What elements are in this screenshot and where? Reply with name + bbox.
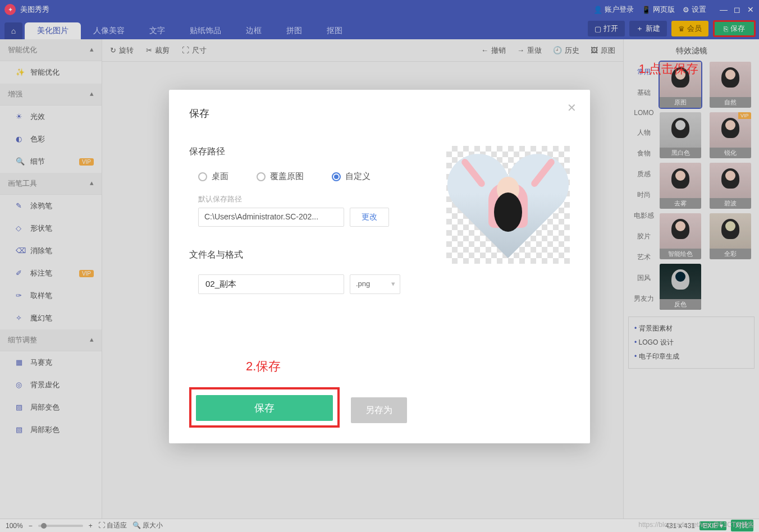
save-preview <box>446 146 570 264</box>
change-path-button[interactable]: 更改 <box>350 208 389 227</box>
radio-custom[interactable]: 自定义 <box>332 171 371 182</box>
path-input[interactable]: C:\Users\Administrator.SC-202... <box>198 208 344 227</box>
filename-label: 文件名与格式 <box>189 249 414 261</box>
save-as-button[interactable]: 另存为 <box>351 397 407 423</box>
watermark: https://blog.csdn.net/wei @51CTO博客 <box>638 520 755 530</box>
modal-overlay: 保存 ✕ 保存路径 桌面 覆盖原图 自定义 默认保存路径 C:\Users\Ad… <box>0 0 759 532</box>
filename-input[interactable] <box>198 274 344 294</box>
save-path-label: 保存路径 <box>189 146 414 158</box>
dialog-title: 保存 <box>189 107 570 120</box>
radio-desktop[interactable]: 桌面 <box>198 171 228 182</box>
default-path-label: 默认保存路径 <box>189 194 414 204</box>
format-select[interactable]: .png <box>350 274 400 294</box>
save-dialog: 保存 ✕ 保存路径 桌面 覆盖原图 自定义 默认保存路径 C:\Users\Ad… <box>169 90 590 443</box>
radio-overwrite[interactable]: 覆盖原图 <box>257 171 304 182</box>
save-button[interactable]: 保存 <box>196 395 333 421</box>
dialog-close-icon[interactable]: ✕ <box>567 101 577 114</box>
